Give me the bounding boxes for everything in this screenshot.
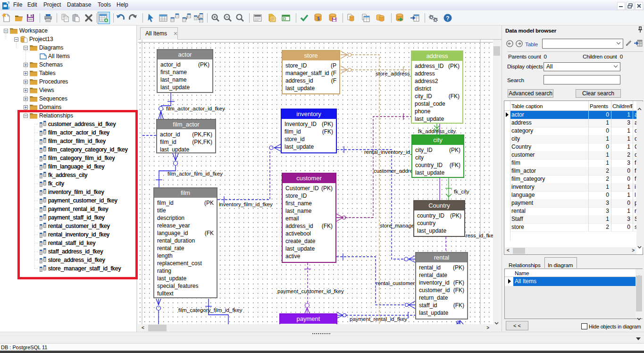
svg-text:?: ? [446,15,449,22]
